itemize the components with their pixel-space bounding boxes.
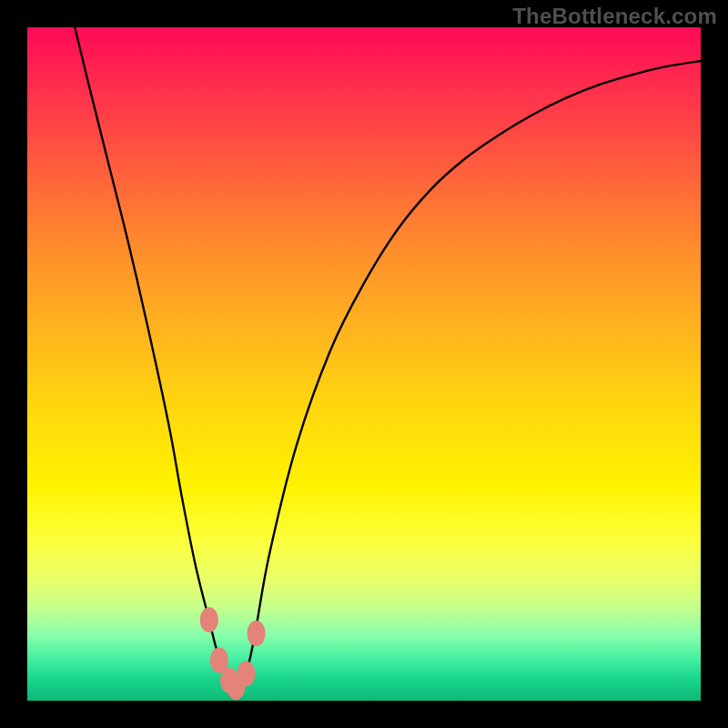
plot-area	[27, 27, 701, 701]
curve-markers	[200, 607, 266, 700]
curve-marker	[238, 661, 256, 686]
chart-frame: TheBottleneck.com	[0, 0, 728, 728]
bottleneck-curve	[47, 27, 701, 687]
curve-marker	[200, 607, 218, 632]
curve-marker	[248, 621, 266, 646]
curve-svg	[27, 27, 701, 701]
watermark-text: TheBottleneck.com	[512, 4, 717, 29]
